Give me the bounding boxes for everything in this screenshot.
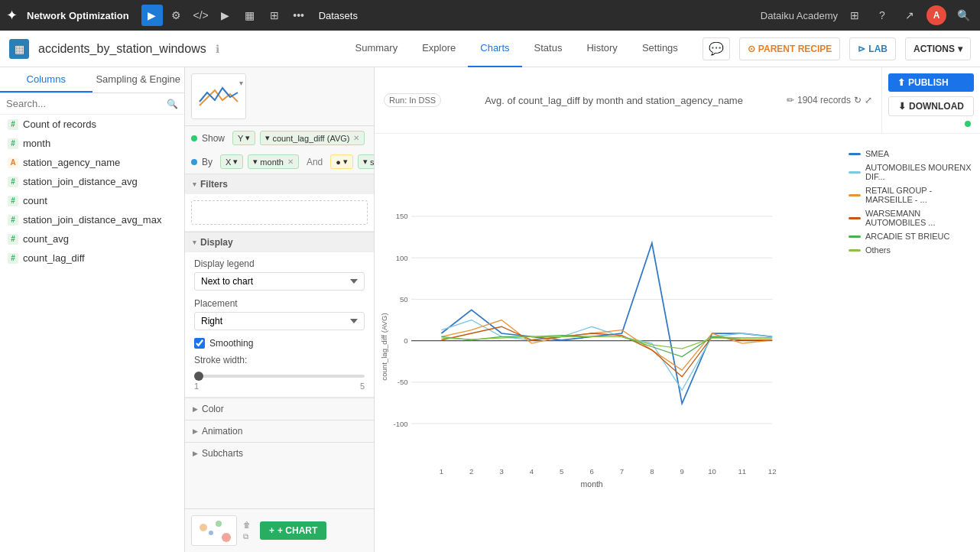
display-legend-select[interactable]: Next to chart Below chart Above chart Hi… (194, 272, 365, 291)
list-item[interactable]: # Count of records (0, 115, 184, 134)
tab-sampling[interactable]: Sampling & Engine (92, 67, 185, 93)
column-name: month (23, 138, 50, 149)
tab-columns[interactable]: Columns (0, 67, 92, 93)
code-icon[interactable]: </> (190, 5, 212, 26)
delete-y-field-icon[interactable]: ✕ (353, 134, 359, 142)
refresh-icon[interactable]: ↻ (854, 95, 862, 106)
lab-icon: ⊳ (858, 44, 865, 54)
publish-button[interactable]: ⬆ PUBLISH (888, 73, 974, 92)
legend-item: RETAIL GROUP - MARSEILLE - ... (849, 186, 974, 204)
tab-status[interactable]: Status (522, 31, 575, 67)
show-dot (191, 135, 197, 141)
placement-select[interactable]: Right Left Center (194, 312, 365, 330)
legend-item: WARSEMANN AUTOMOBILES ... (849, 209, 974, 227)
chevron-down-icon: ▾ (363, 157, 368, 167)
display-section-body: Display legend Next to chart Below chart… (185, 252, 374, 398)
search-icon[interactable]: 🔍 (952, 5, 974, 26)
dss-logo-icon: ✦ (6, 7, 18, 24)
legend-color-smea (849, 153, 861, 155)
column-list: # Count of records # month A station_age… (0, 115, 184, 552)
chevron-right-icon: ▶ (193, 450, 198, 457)
delete-chart-icon[interactable]: 🗑 (243, 521, 251, 529)
dataset-icon: ▦ (9, 39, 29, 59)
datasets-link[interactable]: Datasets (319, 10, 358, 21)
tab-summary[interactable]: Summary (343, 31, 410, 67)
svg-text:100: 100 (396, 254, 408, 262)
download-icon: ⬇ (898, 101, 906, 112)
help-icon[interactable]: ? (871, 5, 893, 26)
svg-text:2: 2 (469, 467, 473, 476)
show-label: Show (202, 133, 225, 144)
by-label: By (202, 157, 213, 167)
stroke-width-slider[interactable] (194, 375, 365, 378)
grid-apps-icon[interactable]: ⊞ (844, 5, 865, 26)
smoothing-label[interactable]: Smoothing (209, 338, 253, 349)
secondbar: ▦ accidents_by_station_windows ℹ Summary… (0, 31, 980, 67)
list-item[interactable]: # station_join_distance_avg_max (0, 210, 184, 229)
x-axis-selector[interactable]: X ▾ (220, 154, 243, 169)
column-name: station_join_distance_avg (23, 176, 138, 187)
by-row: By X ▾ ▾ month ✕ And ● ▾ ▾ station_agenc… (185, 150, 374, 174)
and-field-chip[interactable]: ▾ station_agency_name ✕ (358, 154, 375, 169)
smoothing-row: Smoothing (194, 338, 365, 349)
col-type-icon-num: # (8, 234, 18, 245)
tab-explore[interactable]: Explore (410, 31, 468, 67)
tab-charts[interactable]: Charts (468, 31, 521, 67)
tab-history[interactable]: History (574, 31, 629, 67)
parent-recipe-icon: ⊙ (748, 44, 755, 54)
by-dot (191, 159, 197, 165)
list-item[interactable]: # count (0, 191, 184, 210)
chart-header: Run: In DSS Avg. of count_lag_diff by mo… (375, 67, 980, 134)
chart-thumbnail[interactable]: ▾ (191, 73, 246, 119)
settings-icon[interactable]: ⚙ (166, 5, 187, 26)
svg-text:10: 10 (708, 467, 716, 476)
col-type-icon-num: # (8, 177, 18, 187)
more-icon[interactable]: ••• (288, 5, 310, 26)
color-section-header[interactable]: ▶ Color (185, 398, 374, 420)
legend-color-others (849, 249, 861, 252)
smoothing-checkbox[interactable] (194, 338, 205, 349)
list-item[interactable]: # count_lag_diff (0, 248, 184, 268)
delete-x-field-icon[interactable]: ✕ (287, 157, 294, 166)
tab-settings[interactable]: Settings (630, 31, 690, 67)
academy-link[interactable]: Dataiku Academy (761, 10, 838, 21)
avatar[interactable]: A (926, 5, 946, 25)
svg-text:50: 50 (400, 295, 408, 304)
chevron-right-icon: ▶ (193, 427, 198, 435)
dashboard-icon[interactable]: ⊞ (264, 5, 285, 26)
search-bar: 🔍 (0, 93, 184, 115)
chevron-down-icon: ▾ (193, 239, 196, 246)
add-chart-button[interactable]: + + CHART (260, 521, 326, 540)
svg-text:3: 3 (499, 467, 503, 476)
y-field-chip[interactable]: ▾ count_lag_diff (AVG) ✕ (260, 131, 365, 145)
trend-icon[interactable]: ↗ (899, 5, 920, 26)
main-area: Columns Sampling & Engine 🔍 # Count of r… (0, 67, 980, 552)
right-buttons: ⬆ PUBLISH ⬇ DOWNLOAD (881, 67, 980, 133)
list-item[interactable]: # month (0, 134, 184, 153)
and-type-selector[interactable]: ● ▾ (330, 154, 353, 169)
filters-section-header[interactable]: ▾ Filters (185, 174, 374, 194)
project-name[interactable]: Network Optimization (27, 10, 129, 21)
run-badge: Run: In DSS (384, 93, 441, 107)
download-button[interactable]: ⬇ DOWNLOAD (888, 96, 974, 116)
list-item[interactable]: # station_join_distance_avg (0, 172, 184, 191)
subcharts-section-header[interactable]: ▶ Subcharts (185, 442, 374, 464)
comment-button[interactable]: 💬 (703, 37, 730, 60)
copy-chart-icon[interactable]: ⧉ (243, 532, 251, 541)
x-field-chip[interactable]: ▾ month ✕ (248, 154, 299, 169)
y-axis-selector[interactable]: Y ▾ (232, 131, 255, 145)
edit-icon: ✏ (787, 95, 794, 106)
flow-icon[interactable]: ▶ (141, 5, 163, 26)
expand-icon[interactable]: ⤢ (865, 95, 872, 106)
display-section-header[interactable]: ▾ Display (185, 232, 374, 252)
col-type-icon-num: # (8, 196, 18, 206)
parent-recipe-button[interactable]: ⊙ PARENT RECIPE (739, 37, 840, 60)
list-item[interactable]: A station_agency_name (0, 153, 184, 172)
animation-section-header[interactable]: ▶ Animation (185, 420, 374, 442)
actions-button[interactable]: ACTIONS ▾ (905, 37, 971, 60)
search-input[interactable] (6, 98, 164, 109)
lab-button[interactable]: ⊳ LAB (849, 37, 896, 60)
list-item[interactable]: # count_avg (0, 229, 184, 248)
deploy-icon[interactable]: ▦ (239, 5, 261, 26)
run-icon[interactable]: ▶ (215, 5, 236, 26)
